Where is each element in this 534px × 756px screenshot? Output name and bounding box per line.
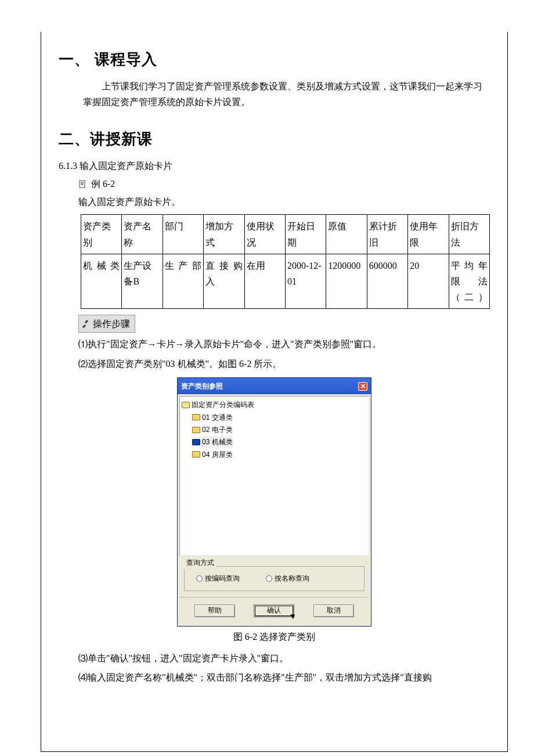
step-2: ⑵选择固定资产类别"03 机械类"。如图 6-2 所示。 xyxy=(78,356,490,372)
steps-header: 操作步骤 xyxy=(78,315,135,333)
cancel-button[interactable]: 取消 xyxy=(313,604,354,617)
tree-item-04[interactable]: 04 房屋类 xyxy=(192,449,367,460)
tree-root[interactable]: 固定资产分类编码表 xyxy=(182,399,367,411)
tree-item-label: 03 机械类 xyxy=(202,436,233,448)
tree-item-label: 02 电子类 xyxy=(202,424,233,435)
step-4: ⑷输入固定资产名称"机械类"；双击部门名称选择"生产部"，双击增加方式选择"直接… xyxy=(78,669,490,685)
th-0: 资产类别 xyxy=(81,215,122,254)
th-6: 原值 xyxy=(326,215,367,254)
table-data-row: 机械类 生产设备B 生产部 直接购入 在用 2000-12-01 1200000… xyxy=(81,254,490,309)
th-1: 资产名称 xyxy=(122,215,163,254)
tree-root-label: 固定资产分类编码表 xyxy=(192,399,254,411)
subsection-number: 6.1.3 输入固定资产原始卡片 xyxy=(59,158,490,174)
tree-item-01[interactable]: 01 交通类 xyxy=(192,412,367,423)
step-3: ⑶单击"确认"按钮，进入"固定资产卡片录入"窗口。 xyxy=(78,650,490,666)
radio-by-name[interactable]: 按名称查询 xyxy=(266,573,309,584)
dialog-titlebar[interactable]: 资产类别参照 ✕ xyxy=(178,378,371,394)
radio-icon xyxy=(196,575,203,582)
tree-item-03[interactable]: 03 机械类 xyxy=(192,436,367,448)
step-1: ⑴执行"固定资产→卡片→录入原始卡片"命令，进入"资产类别参照"窗口。 xyxy=(78,336,490,352)
steps-header-text: 操作步骤 xyxy=(93,316,130,332)
th-4: 使用状况 xyxy=(244,215,285,254)
section1-title: 一、 课程导入 xyxy=(59,47,490,73)
category-tree[interactable]: 固定资产分类编码表 01 交通类 02 电子类 03 机械类 xyxy=(179,396,369,556)
td-3: 直接购入 xyxy=(204,254,244,309)
example-label-row: 例 6-2 xyxy=(78,176,490,192)
tools-icon xyxy=(81,320,89,328)
table-header-row: 资产类别 资产名称 部门 增加方式 使用状况 开始日期 原值 累计折旧 使用年限… xyxy=(81,215,490,254)
folder-open-icon xyxy=(182,402,190,408)
ok-button[interactable]: 确认 xyxy=(254,604,294,617)
query-legend: 查询方式 xyxy=(184,557,217,568)
radio-by-code[interactable]: 按编码查询 xyxy=(196,573,240,584)
example-label: 例 6-2 xyxy=(91,176,115,192)
radio-by-code-label: 按编码查询 xyxy=(205,573,240,584)
th-2: 部门 xyxy=(163,215,203,254)
section1-intro: 上节课我们学习了固定资产管理系统参数设置、类别及增减方式设置，这节课我们一起来学… xyxy=(83,78,490,110)
document-page: 一、 课程导入 上节课我们学习了固定资产管理系统参数设置、类别及增减方式设置，这… xyxy=(41,32,508,752)
td-5: 2000-12-01 xyxy=(285,254,326,309)
asset-table: 资产类别 资产名称 部门 增加方式 使用状况 开始日期 原值 累计折旧 使用年限… xyxy=(81,214,490,309)
folder-selected-icon xyxy=(192,439,200,445)
cancel-button-label: 取消 xyxy=(327,604,341,616)
radio-icon xyxy=(266,575,272,582)
figure-caption: 图 6-2 选择资产类别 xyxy=(59,629,490,645)
td-1: 生产设备B xyxy=(122,254,163,309)
td-9: 平均年限法（二） xyxy=(449,254,489,309)
tree-item-label: 04 房屋类 xyxy=(202,449,233,460)
radio-by-name-label: 按名称查询 xyxy=(275,573,309,584)
th-7: 累计折旧 xyxy=(367,215,407,254)
th-5: 开始日期 xyxy=(285,215,326,254)
query-mode-group: 查询方式 按编码查询 按名称查询 xyxy=(179,561,369,596)
th-8: 使用年限 xyxy=(408,215,449,254)
close-icon[interactable]: ✕ xyxy=(358,382,367,391)
example-desc: 输入固定资产原始卡片。 xyxy=(78,194,490,210)
td-7: 600000 xyxy=(367,254,407,309)
svg-rect-0 xyxy=(80,181,85,188)
folder-icon xyxy=(192,451,200,458)
asset-category-dialog: 资产类别参照 ✕ 固定资产分类编码表 01 交通类 02 电子类 xyxy=(177,377,371,627)
tree-item-02[interactable]: 02 电子类 xyxy=(192,424,367,435)
folder-icon xyxy=(192,414,200,420)
td-8: 20 xyxy=(408,254,449,309)
help-button-label: 帮助 xyxy=(208,604,222,616)
ok-button-label: 确认 xyxy=(267,604,281,616)
help-button[interactable]: 帮助 xyxy=(194,604,235,617)
td-6: 1200000 xyxy=(326,254,367,309)
th-9: 折旧方法 xyxy=(449,215,489,254)
td-2: 生产部 xyxy=(163,254,203,309)
document-icon xyxy=(78,180,86,188)
td-4: 在用 xyxy=(244,254,285,309)
th-3: 增加方式 xyxy=(204,215,244,254)
folder-icon xyxy=(192,427,200,433)
tree-item-label: 01 交通类 xyxy=(202,412,233,423)
dialog-button-row: 帮助 确认 取消 xyxy=(179,597,369,624)
td-0: 机械类 xyxy=(81,254,122,309)
dialog-title-text: 资产类别参照 xyxy=(181,380,223,392)
section2-title: 二、讲授新课 xyxy=(59,127,490,152)
